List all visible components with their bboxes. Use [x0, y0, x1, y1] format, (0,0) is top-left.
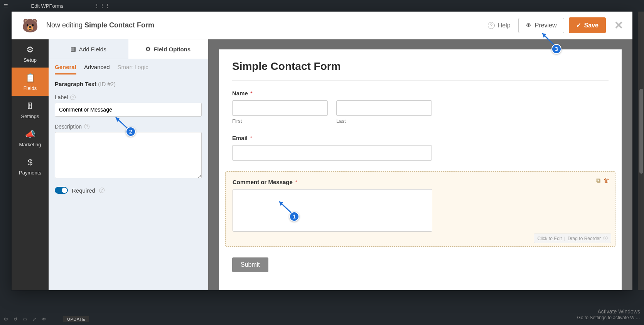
- wp-footer-bar: ⚙ ↺ ▭ ⤢ 👁 UPDATE: [0, 313, 644, 325]
- panel-subtabs: General Advanced Smart Logic: [49, 59, 208, 74]
- wpforms-logo: 🐻: [21, 16, 39, 35]
- step-badge-1: 1: [289, 212, 299, 222]
- form-title: Simple Contact Form: [232, 60, 609, 81]
- hamburger-icon[interactable]: ≡: [4, 2, 8, 10]
- form-name[interactable]: Simple Contact Form: [84, 21, 154, 29]
- nav-payments-label: Payments: [19, 170, 41, 176]
- update-button[interactable]: UPDATE: [63, 316, 89, 322]
- sliders-icon: 🎚: [12, 101, 49, 111]
- email-input[interactable]: [232, 145, 432, 161]
- nav-marketing-label: Marketing: [19, 142, 41, 147]
- tab-field-options[interactable]: ⚙ Field Options: [128, 39, 208, 59]
- required-asterisk: *: [250, 135, 252, 141]
- tab-field-options-label: Field Options: [153, 46, 191, 52]
- nav-setup[interactable]: ⚙ Setup: [12, 39, 49, 68]
- field-title: Paragraph Text (ID #2): [55, 81, 202, 87]
- field-hint: Click to Edit | Drag to Reorder ⓧ: [534, 234, 611, 243]
- nav-setup-label: Setup: [24, 57, 37, 63]
- label-text: Label: [55, 94, 68, 100]
- save-label: Save: [584, 22, 598, 29]
- gear-icon: ⚙: [12, 45, 49, 55]
- subtab-general[interactable]: General: [55, 64, 76, 74]
- required-asterisk: *: [295, 179, 297, 185]
- duplicate-icon[interactable]: ⧉: [596, 177, 600, 184]
- left-nav: ⚙ Setup 📋 Fields 🎚 Settings 📣 Marketing …: [12, 39, 49, 290]
- field-type-label: Paragraph Text: [55, 81, 96, 87]
- form-preview: Simple Contact Form Name * First Last: [219, 49, 622, 290]
- zoom-icon[interactable]: ⤢: [32, 317, 36, 322]
- heading: Now editing Simple Contact Form: [46, 21, 154, 29]
- now-editing-label: Now editing: [46, 21, 83, 29]
- preview-label: Preview: [535, 22, 557, 29]
- required-toggle[interactable]: [55, 187, 68, 194]
- help-icon: ?: [488, 22, 495, 29]
- delete-icon[interactable]: 🗑: [604, 177, 610, 184]
- panel-tabs: ▦ Add Fields ⚙ Field Options: [49, 39, 208, 59]
- subtab-advanced[interactable]: Advanced: [84, 64, 110, 74]
- activate-windows-hint: Activate Windows Go to Settings to activ…: [577, 308, 640, 321]
- hint-drag: Drag to Reorder: [568, 236, 601, 241]
- last-name-input[interactable]: [336, 100, 432, 116]
- nav-settings[interactable]: 🎚 Settings: [12, 96, 49, 124]
- submit-button[interactable]: Submit: [232, 257, 268, 272]
- required-asterisk: *: [250, 90, 253, 96]
- screen-options-icon[interactable]: ⋮⋮⋮: [94, 3, 110, 9]
- canvas: Simple Contact Form Name * First Last: [208, 39, 632, 290]
- close-button[interactable]: ✕: [614, 19, 623, 32]
- comment-textarea[interactable]: [233, 189, 432, 232]
- eye-icon[interactable]: 👁: [42, 317, 46, 322]
- field-email[interactable]: Email *: [232, 135, 609, 161]
- step-badge-2: 2: [126, 127, 136, 137]
- description-textarea[interactable]: [55, 132, 202, 178]
- nav-fields-label: Fields: [24, 85, 37, 91]
- page-scrollbar[interactable]: [638, 12, 644, 290]
- help-link[interactable]: ? Help: [488, 22, 511, 29]
- subtab-smart-logic[interactable]: Smart Logic: [118, 64, 148, 74]
- eye-icon: 👁: [526, 22, 532, 29]
- nav-marketing[interactable]: 📣 Marketing: [12, 124, 49, 152]
- required-label: Required: [72, 187, 95, 194]
- dollar-icon: $: [12, 157, 49, 168]
- fields-icon: 📋: [12, 73, 49, 83]
- first-sublabel: First: [232, 118, 328, 124]
- grid-icon: ▦: [71, 46, 76, 52]
- activate-sub: Go to Settings to activate Wi…: [577, 315, 640, 321]
- sliders-icon: ⚙: [145, 46, 150, 52]
- field-name[interactable]: Name * First Last: [232, 90, 609, 124]
- hint-edit: Click to Edit: [537, 236, 561, 241]
- wp-admin-bar: ≡ Edit WPForms ⋮⋮⋮: [0, 0, 644, 12]
- tab-add-fields-label: Add Fields: [79, 46, 106, 52]
- options-panel: ▦ Add Fields ⚙ Field Options General Adv…: [49, 39, 208, 290]
- help-icon[interactable]: ?: [84, 124, 89, 129]
- help-label: Help: [498, 22, 511, 29]
- help-icon[interactable]: ?: [70, 95, 76, 100]
- email-label: Email: [232, 135, 248, 141]
- nav-fields[interactable]: 📋 Fields: [12, 68, 49, 96]
- comment-label: Comment or Message: [233, 179, 293, 185]
- label-input[interactable]: [55, 103, 202, 117]
- nav-payments[interactable]: $ Payments: [12, 152, 49, 180]
- close-icon[interactable]: ⓧ: [603, 235, 608, 242]
- megaphone-icon: 📣: [12, 129, 49, 139]
- required-row: Required ?: [55, 187, 202, 194]
- step-badge-3: 3: [551, 44, 561, 54]
- nav-settings-label: Settings: [21, 113, 39, 119]
- help-icon[interactable]: ?: [99, 188, 105, 193]
- check-icon: ✓: [576, 22, 581, 29]
- history-icon[interactable]: ↺: [13, 317, 17, 322]
- wp-breadcrumb: Edit WPForms: [31, 3, 64, 9]
- layout-icon[interactable]: ▭: [23, 317, 27, 322]
- activate-title: Activate Windows: [577, 308, 640, 315]
- name-label: Name: [232, 90, 248, 96]
- settings-icon[interactable]: ⚙: [4, 317, 8, 322]
- tab-add-fields[interactable]: ▦ Add Fields: [49, 39, 128, 59]
- save-button[interactable]: ✓ Save: [569, 17, 606, 33]
- description-text: Description: [55, 124, 82, 130]
- first-name-input[interactable]: [232, 100, 328, 116]
- label-label: Label ?: [55, 94, 202, 100]
- last-sublabel: Last: [336, 118, 432, 124]
- form-builder-modal: 🐻 Now editing Simple Contact Form ? Help…: [12, 12, 632, 290]
- field-id-label: (ID #2): [98, 81, 116, 87]
